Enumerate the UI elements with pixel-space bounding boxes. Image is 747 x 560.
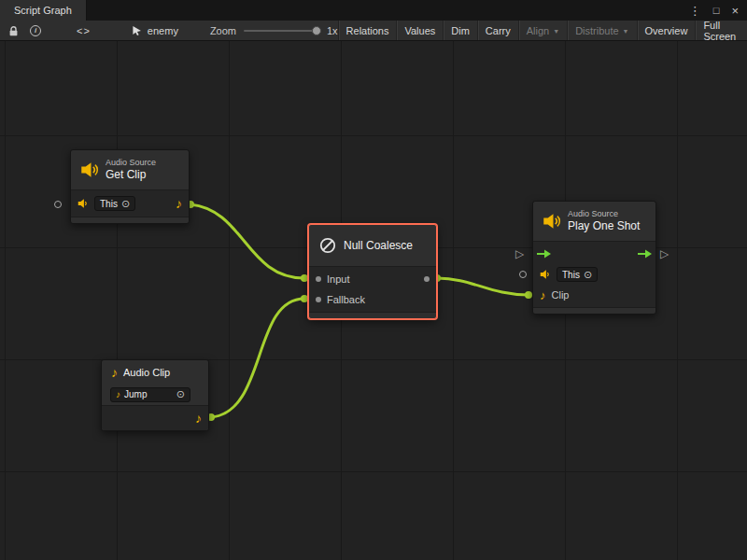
node-category: Audio Source — [568, 209, 640, 219]
target-port-row: This ⊙ — [533, 264, 655, 285]
wire-endpoint — [525, 291, 532, 299]
target-field[interactable]: This ⊙ — [557, 267, 598, 282]
clip-input-icon[interactable]: ♪ — [540, 289, 546, 301]
target-value: This — [100, 199, 118, 209]
carry-button[interactable]: Carry — [477, 21, 518, 40]
node-ports: Input Fallback — [309, 266, 436, 313]
toolbar-buttons: Relations Values Dim Carry Align ▼ Distr… — [338, 21, 747, 40]
flow-out-triangle-port[interactable]: ▷ — [660, 248, 669, 259]
object-picker-icon[interactable]: ⊙ — [176, 389, 185, 399]
get-clip-target-input-port[interactable] — [54, 201, 62, 208]
object-picker-icon[interactable]: ⊙ — [584, 270, 592, 280]
tab-title: Script Graph — [14, 5, 72, 16]
fallback-port[interactable] — [316, 297, 321, 302]
inspect-button[interactable]: <> — [71, 21, 96, 40]
dim-label: Dim — [451, 25, 470, 36]
node-audio-clip[interactable]: ♪ Audio Clip ♪ Jump ⊙ ♪ — [101, 359, 209, 431]
zoom-slider[interactable] — [244, 30, 317, 32]
node-play-one-shot[interactable]: Audio Source Play One Shot — [532, 201, 656, 315]
node-ports: This ⊙ ♪ — [71, 189, 189, 217]
audio-source-icon — [80, 161, 99, 179]
zoom-slider-handle[interactable] — [312, 26, 321, 35]
fullscreen-button[interactable]: Full Screen — [695, 21, 747, 40]
close-icon[interactable]: × — [731, 5, 739, 17]
node-title-stack: Audio Source Get Clip — [106, 158, 156, 181]
clip-output-port[interactable]: ♪ — [176, 197, 182, 210]
input-port[interactable] — [316, 276, 321, 282]
distribute-button[interactable]: Distribute ▼ — [567, 21, 636, 40]
audio-source-icon — [78, 198, 89, 209]
fallback-port-label: Fallback — [327, 294, 365, 305]
lock-button[interactable] — [0, 21, 24, 40]
value-row: ♪ Jump ⊙ — [102, 384, 208, 405]
tab-bar: Script Graph ⋮ □ × — [0, 0, 747, 21]
graph-toolbar: i <> enemy Zoom 1x Relations Values Dim — [0, 21, 747, 41]
graph-canvas[interactable]: Audio Source Get Clip This ⊙ ♪ — [0, 41, 747, 560]
node-title: Play One Shot — [568, 219, 640, 232]
target-port-row: This ⊙ ♪ — [71, 192, 189, 215]
node-get-clip[interactable]: Audio Source Get Clip This ⊙ ♪ — [70, 149, 190, 224]
align-caret-icon: ▼ — [553, 27, 559, 35]
maximize-icon[interactable]: □ — [713, 6, 720, 16]
node-header: Audio Source Play One Shot — [533, 202, 655, 241]
relations-label: Relations — [346, 25, 389, 36]
node-title: Null Coalesce — [344, 239, 413, 252]
node-null-coalesce[interactable]: Null Coalesce Input Fallback — [308, 224, 437, 319]
node-header: Null Coalesce — [309, 225, 436, 266]
flow-input-arrow-icon[interactable] — [537, 249, 551, 259]
node-header: Audio Source Get Clip — [71, 150, 189, 189]
script-graph-window: Script Graph ⋮ □ × i <> enemy — [0, 0, 747, 560]
relations-button[interactable]: Relations — [338, 21, 397, 40]
dim-button[interactable]: Dim — [443, 21, 477, 40]
target-value: This — [562, 270, 580, 280]
lock-icon — [8, 25, 19, 36]
node-category: Audio Source — [106, 158, 156, 168]
audio-clip-field[interactable]: ♪ Jump ⊙ — [110, 387, 190, 402]
align-button[interactable]: Align ▼ — [518, 21, 567, 40]
clip-port-row: ♪ Clip — [533, 285, 655, 305]
wire-output-to-clip[interactable] — [437, 278, 529, 295]
flow-port-row — [533, 244, 655, 264]
tab-script-graph[interactable]: Script Graph — [0, 0, 87, 21]
wire-getclip-to-input[interactable] — [190, 204, 304, 278]
wire-endpoint — [301, 295, 308, 302]
graph-owner-label: enemy — [148, 25, 178, 36]
object-picker-icon[interactable]: ⊙ — [121, 199, 130, 209]
audio-clip-icon: ♪ — [111, 366, 118, 379]
node-header: ♪ Audio Clip — [102, 360, 208, 384]
zoom-label: Zoom — [210, 25, 236, 36]
node-ports: This ⊙ ♪ Clip — [533, 241, 655, 308]
clip-port-label: Clip — [552, 289, 570, 301]
target-field[interactable]: This ⊙ — [94, 196, 135, 211]
zoom-value: 1x — [327, 25, 338, 36]
distribute-caret-icon: ▼ — [623, 27, 629, 35]
node-title: Get Clip — [106, 168, 156, 181]
clip-output-port[interactable]: ♪ — [195, 412, 202, 425]
overview-label: Overview — [645, 25, 688, 36]
flow-output-arrow-icon[interactable] — [638, 249, 652, 259]
wire-audioclip-to-fallback[interactable] — [211, 299, 304, 417]
input-port-label: Input — [327, 273, 349, 285]
node-title: Audio Clip — [123, 367, 170, 378]
values-label: Values — [404, 25, 435, 36]
flow-in-triangle-port[interactable]: ▷ — [515, 248, 524, 259]
fullscreen-label: Full Screen — [703, 20, 740, 42]
node-title-stack: Audio Source Play One Shot — [568, 209, 640, 232]
audio-source-icon — [540, 269, 551, 280]
code-icon: <> — [77, 25, 91, 36]
overview-button[interactable]: Overview — [637, 21, 696, 40]
audio-clip-value: Jump — [124, 389, 147, 399]
fallback-port-row: Fallback — [309, 289, 436, 310]
wire-endpoint — [301, 274, 308, 282]
values-button[interactable]: Values — [396, 21, 443, 40]
result-output-port[interactable] — [424, 276, 430, 282]
note-icon: ♪ — [116, 390, 120, 399]
info-button[interactable]: i — [24, 21, 47, 40]
play-target-input-port[interactable] — [519, 271, 527, 278]
menu-icon[interactable]: ⋮ — [689, 5, 701, 17]
input-port-row: Input — [309, 269, 436, 289]
graph-owner[interactable]: enemy — [132, 25, 178, 36]
node-ports: ♪ — [102, 405, 208, 430]
output-port-row: ♪ — [102, 408, 208, 428]
distribute-label: Distribute — [575, 25, 618, 36]
